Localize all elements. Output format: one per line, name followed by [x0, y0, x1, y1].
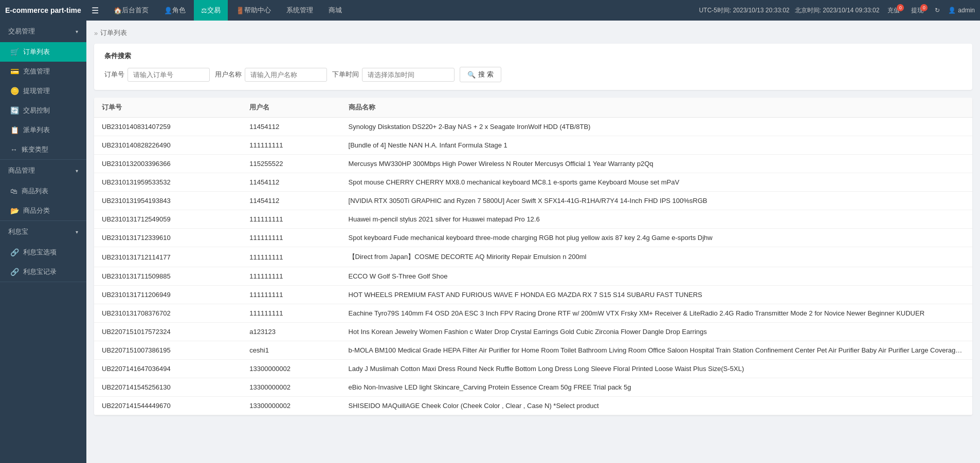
- table-row[interactable]: UB2310131712114177 111111111 【Direct fro…: [94, 247, 972, 267]
- cell-product: eBio Non-Invasive LED light Skincare_Car…: [341, 378, 972, 397]
- table-header-row: 订单号 用户名 商品名称: [94, 98, 972, 118]
- dispatch-icon: 📋: [10, 126, 19, 134]
- nav-role[interactable]: 👤 角色: [157, 0, 193, 21]
- table-row[interactable]: UB2207141647036494 13300000002 Lady J Mu…: [94, 360, 972, 378]
- app-brand: E-commerce part-time: [5, 6, 81, 14]
- table-row[interactable]: UB2310140831407259 11454112 Synology Dis…: [94, 118, 972, 136]
- recharge-mgmt-icon: 💳: [10, 67, 19, 76]
- sidebar-item-withdraw[interactable]: 🪙 提现管理: [0, 81, 86, 101]
- help-icon: 🚪: [236, 7, 244, 14]
- cell-product: Synology Diskstation DS220+ 2-Bay NAS + …: [341, 118, 972, 136]
- cell-order-no: UB2310140828226490: [94, 136, 242, 155]
- cell-username: 11454112: [242, 192, 340, 210]
- refresh-icon: ↻: [935, 7, 940, 14]
- search-icon: 🔍: [467, 71, 476, 79]
- cell-username: 11454112: [242, 118, 340, 136]
- table-row[interactable]: UB2310131712339610 111111111 Spot keyboa…: [94, 229, 972, 247]
- cell-order-no: UB2207141544449670: [94, 397, 242, 415]
- table-row[interactable]: UB2310131712549059 111111111 Huawei m-pe…: [94, 210, 972, 229]
- cell-username: a123123: [242, 323, 340, 341]
- interest-opt-icon: 🔗: [10, 248, 19, 256]
- breadcrumb-arrow: »: [94, 29, 98, 37]
- nav-transaction[interactable]: ⚖ 交易: [194, 0, 228, 21]
- table-row[interactable]: UB2207141544449670 13300000002 SHISEIDO …: [94, 397, 972, 415]
- table-row[interactable]: UB2207141545256130 13300000002 eBio Non-…: [94, 378, 972, 397]
- table-row[interactable]: UB2207151007386195 ceshi1 b-MOLA BM100 M…: [94, 341, 972, 360]
- sidebar-item-order-list[interactable]: 🛒 订单列表: [0, 42, 86, 62]
- sidebar-group-product[interactable]: 商品管理 ▾: [0, 160, 86, 181]
- table-row[interactable]: UB2310131711206949 111111111 HOT WHEELS …: [94, 286, 972, 304]
- beijing-time: 北京时间: 2023/10/14 09:33:02: [795, 6, 880, 15]
- col-username: 用户名: [242, 98, 340, 118]
- cell-order-no: UB2207141647036494: [94, 360, 242, 378]
- cell-product: HOT WHEELS PREMIUM FAST AND FURIOUS WAVE…: [341, 286, 972, 304]
- nav-help[interactable]: 🚪 帮助中心: [229, 0, 278, 21]
- transaction-icon: ⚖: [201, 7, 207, 14]
- menu-icon[interactable]: ☰: [92, 6, 99, 15]
- order-no-input[interactable]: [128, 68, 210, 82]
- sidebar-item-interest-records[interactable]: 🔗 利息宝记录: [0, 262, 86, 282]
- table-row[interactable]: UB2310131708376702 111111111 Eachine Tyr…: [94, 304, 972, 323]
- cell-username: 111111111: [242, 210, 340, 229]
- cell-username: 13300000002: [242, 397, 340, 415]
- table-row[interactable]: UB2310132003396366 115255522 Mercusys MW…: [94, 155, 972, 173]
- cell-username: 111111111: [242, 304, 340, 323]
- cell-username: 111111111: [242, 286, 340, 304]
- nav-home[interactable]: 🏠 后台首页: [106, 0, 156, 21]
- sidebar-section-interest: 利息宝 ▾ 🔗 利息宝选项 🔗 利息宝记录: [0, 221, 86, 282]
- chevron-down-icon-2: ▾: [76, 168, 78, 174]
- cell-order-no: UB2310131711206949: [94, 286, 242, 304]
- cell-username: 111111111: [242, 267, 340, 286]
- cell-order-no: UB2310131712114177: [94, 247, 242, 267]
- cell-username: 13300000002: [242, 360, 340, 378]
- order-time-label: 下单时间: [332, 70, 359, 79]
- sidebar-item-product-category[interactable]: 📂 商品分类: [0, 201, 86, 220]
- cell-product: SHISEIDO MAQuillAGE Cheek Color (Cheek C…: [341, 397, 972, 415]
- withdraw-button[interactable]: 提现 0: [908, 6, 927, 15]
- sidebar-section-transaction: 交易管理 ▾ 🛒 订单列表 💳 充值管理 🪙 提现管理 🔄 交易控制 📋: [0, 21, 86, 160]
- table-row[interactable]: UB2310131711509885 111111111 ECCO W Golf…: [94, 267, 972, 286]
- cell-product: Mercusys MW330HP 300Mbps High Power Wire…: [341, 155, 972, 173]
- breadcrumb-label: 订单列表: [100, 28, 127, 38]
- cell-order-no: UB2310132003396366: [94, 155, 242, 173]
- utc-time: UTC-5时间: 2023/10/13 20:33:02: [699, 6, 789, 15]
- username-field: 用户名称: [215, 68, 327, 82]
- breadcrumb: » 订单列表: [94, 28, 972, 38]
- cell-order-no: UB2207151017572324: [94, 323, 242, 341]
- table-body: UB2310140831407259 11454112 Synology Dis…: [94, 118, 972, 415]
- search-row: 订单号 用户名称 下单时间 🔍 搜 索: [104, 67, 962, 82]
- table-row[interactable]: UB2310131959533532 11454112 Spot mouse C…: [94, 173, 972, 192]
- top-navigation: E-commerce part-time ☰ 🏠 后台首页 👤 角色 ⚖ 交易 …: [0, 0, 980, 21]
- sidebar-item-recharge[interactable]: 💳 充值管理: [0, 62, 86, 81]
- admin-button[interactable]: 👤 admin: [948, 7, 975, 14]
- interest-rec-icon: 🔗: [10, 268, 19, 276]
- order-time-input[interactable]: [362, 68, 455, 82]
- sidebar-item-transaction-control[interactable]: 🔄 交易控制: [0, 101, 86, 120]
- sidebar-section-product: 商品管理 ▾ 🛍 商品列表 📂 商品分类: [0, 160, 86, 221]
- username-input[interactable]: [245, 68, 327, 82]
- role-icon: 👤: [164, 7, 172, 14]
- recharge-button[interactable]: 充值 0: [884, 6, 903, 15]
- order-time-field: 下单时间: [332, 68, 455, 82]
- sidebar-item-product-list[interactable]: 🛍 商品列表: [0, 181, 86, 201]
- cell-product: Spot keyboard Fude mechanical keyboard t…: [341, 229, 972, 247]
- chevron-down-icon-3: ▾: [76, 229, 78, 235]
- cell-product: Hot Ins Korean Jewelry Women Fashion c W…: [341, 323, 972, 341]
- withdraw-badge: 0: [920, 4, 928, 11]
- table-row[interactable]: UB2310140828226490 111111111 [Bundle of …: [94, 136, 972, 155]
- account-icon: ↔: [10, 145, 17, 154]
- sidebar-group-interest[interactable]: 利息宝 ▾: [0, 221, 86, 243]
- sidebar-group-transaction[interactable]: 交易管理 ▾: [0, 21, 86, 42]
- control-icon: 🔄: [10, 106, 19, 115]
- nav-system[interactable]: 系统管理: [279, 0, 320, 21]
- refresh-button[interactable]: ↻: [932, 7, 943, 14]
- search-button[interactable]: 🔍 搜 索: [460, 67, 501, 82]
- sidebar-item-account-type[interactable]: ↔ 账变类型: [0, 140, 86, 159]
- orders-table: 订单号 用户名 商品名称 UB2310140831407259 11454112…: [94, 98, 972, 415]
- table-row[interactable]: UB2310131954193843 11454112 [NVIDIA RTX …: [94, 192, 972, 210]
- sidebar-item-dispatch-list[interactable]: 📋 派单列表: [0, 120, 86, 140]
- sidebar-item-interest-options[interactable]: 🔗 利息宝选项: [0, 243, 86, 262]
- table-row[interactable]: UB2207151017572324 a123123 Hot Ins Korea…: [94, 323, 972, 341]
- order-no-label: 订单号: [104, 70, 124, 79]
- nav-shop[interactable]: 商城: [321, 0, 349, 21]
